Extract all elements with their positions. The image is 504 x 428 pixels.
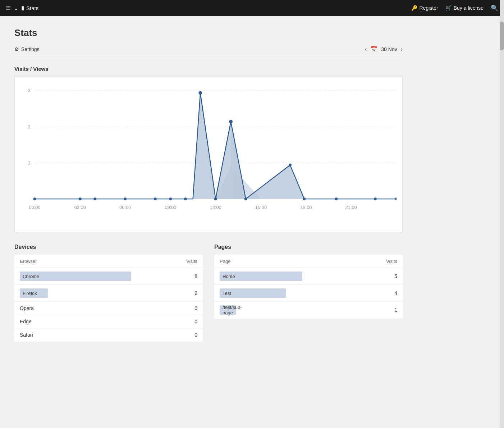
visits-col-header: Visits (175, 255, 203, 268)
nav-stats-icon: ▮ (21, 5, 24, 11)
svg-point-15 (169, 197, 172, 200)
visits-cell: 4 (367, 285, 403, 302)
key-icon: 🔑 (411, 5, 417, 11)
current-date: 30 Nov (381, 46, 397, 52)
browser-bar: Chrome (20, 272, 131, 281)
visits-cell: 2 (175, 285, 203, 302)
next-date-button[interactable]: › (401, 46, 403, 53)
browser-cell: Edge (15, 315, 175, 328)
browser-cell: Chrome (15, 268, 175, 285)
date-navigation: ‹ 📅 30 Nov › (365, 46, 403, 53)
pages-visits-col-header: Visits (367, 255, 403, 268)
visits-cell: 8 (175, 268, 203, 285)
chevron-down-icon[interactable]: ⌄ (14, 5, 18, 12)
svg-point-21 (289, 164, 292, 167)
svg-point-18 (214, 197, 217, 200)
visits-cell: 0 (175, 315, 203, 328)
devices-title: Devices (14, 244, 203, 250)
table-row: /test/sub-page1 (215, 302, 403, 319)
visits-views-label: Visits / Views (14, 66, 403, 72)
svg-text:09:00: 09:00 (165, 205, 176, 210)
svg-text:06:00: 06:00 (119, 205, 131, 210)
buy-license-link[interactable]: 🛒 Buy a license (445, 5, 484, 11)
browser-cell: Firefox (15, 285, 175, 302)
calendar-icon: 📅 (370, 46, 377, 53)
table-row: Opera0 (15, 302, 203, 315)
svg-point-12 (93, 197, 96, 200)
visits-cell: 0 (175, 328, 203, 342)
table-row: Home5 (215, 268, 403, 285)
table-row: Chrome8 (15, 268, 203, 285)
svg-text:2: 2 (28, 124, 31, 129)
page-cell: /test/sub-page (215, 302, 367, 319)
main-content: Stats ⚙ Settings ‹ 📅 30 Nov › Visits / V… (0, 16, 417, 353)
svg-point-24 (374, 197, 377, 200)
search-icon[interactable]: 🔍 (491, 4, 498, 12)
table-row: Test4 (215, 285, 403, 302)
cart-icon: 🛒 (445, 5, 452, 11)
scrollbar-thumb[interactable] (500, 22, 504, 50)
visits-chart: 3 2 1 (14, 76, 403, 232)
page-bar: Test (220, 288, 286, 298)
table-row: Edge0 (15, 315, 203, 328)
browser-col-header: Browser (15, 255, 175, 268)
svg-point-22 (303, 197, 306, 200)
svg-text:3: 3 (28, 88, 31, 93)
table-row: Safari0 (15, 328, 203, 342)
register-link[interactable]: 🔑 Register (411, 5, 438, 11)
page-cell: Test (215, 285, 367, 302)
prev-date-button[interactable]: ‹ (365, 46, 367, 53)
gear-icon: ⚙ (14, 46, 19, 52)
browser-cell: Safari (15, 328, 175, 342)
chart-svg: 3 2 1 (20, 84, 397, 213)
pages-table: Page Visits Home5Test4/test/sub-page1 (214, 255, 403, 319)
pages-title: Pages (214, 244, 403, 250)
browser-bar: Firefox (20, 288, 48, 298)
svg-point-13 (124, 197, 127, 200)
settings-bar: ⚙ Settings ‹ 📅 30 Nov › (14, 46, 403, 57)
nav-title: Stats (26, 5, 38, 11)
browser-cell: Opera (15, 302, 175, 315)
page-title: Stats (14, 27, 403, 38)
top-nav: ☰ ⌄ ▮ Stats 🔑 Register 🛒 Buy a license 🔍 (0, 0, 504, 16)
page-col-header: Page (215, 255, 367, 268)
svg-point-25 (395, 197, 397, 200)
settings-button[interactable]: ⚙ Settings (14, 46, 40, 52)
svg-text:21:00: 21:00 (345, 205, 357, 210)
svg-point-20 (244, 197, 247, 200)
svg-point-16 (184, 197, 187, 200)
svg-point-14 (154, 197, 157, 200)
tables-row: Devices Browser Visits Chrome8Firefox2Op… (14, 244, 403, 342)
svg-point-10 (33, 197, 36, 200)
svg-marker-6 (35, 93, 397, 199)
scrollbar-track[interactable] (500, 0, 504, 353)
page-cell: Home (215, 268, 367, 285)
svg-point-19 (229, 120, 233, 123)
devices-table: Browser Visits Chrome8Firefox2Opera0Edge… (14, 255, 203, 342)
page-bar: Home (220, 272, 302, 281)
page-bar: /test/sub-page (220, 305, 236, 315)
svg-text:18:00: 18:00 (300, 205, 312, 210)
visits-cell: 0 (175, 302, 203, 315)
visits-cell: 5 (367, 268, 403, 285)
svg-text:15:00: 15:00 (255, 205, 267, 210)
svg-text:12:00: 12:00 (210, 205, 221, 210)
pages-section: Pages Page Visits Home5Test4/test/sub-pa… (214, 244, 403, 342)
svg-point-17 (198, 91, 202, 95)
devices-section: Devices Browser Visits Chrome8Firefox2Op… (14, 244, 203, 342)
visits-cell: 1 (367, 302, 403, 319)
svg-point-11 (79, 197, 82, 200)
svg-text:00:00: 00:00 (29, 205, 40, 210)
svg-text:1: 1 (28, 160, 31, 165)
hamburger-icon[interactable]: ☰ (6, 5, 11, 12)
svg-text:03:00: 03:00 (74, 205, 86, 210)
svg-marker-9 (35, 93, 397, 199)
svg-point-23 (335, 197, 338, 200)
table-row: Firefox2 (15, 285, 203, 302)
